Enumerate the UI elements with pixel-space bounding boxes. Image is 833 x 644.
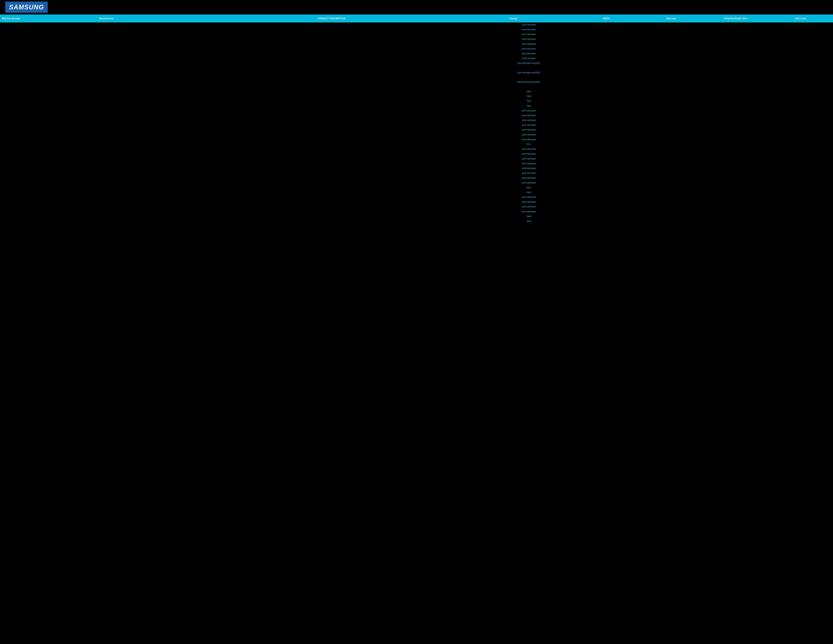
change-value: price decrease	[466, 209, 592, 214]
change-value: price decrease	[466, 108, 592, 113]
change-value: price decrease	[466, 56, 592, 61]
change-value: price decrease	[466, 47, 592, 51]
change-value: price decrease	[466, 132, 592, 137]
table-row: price decrease	[0, 147, 833, 151]
change-value: New	[466, 190, 592, 195]
table-row: price decrease	[0, 23, 833, 27]
table-row: price decrease	[0, 113, 833, 118]
table-row: price decrease	[0, 56, 833, 61]
table-row: price decrease	[0, 42, 833, 47]
table-row: price decrease	[0, 175, 833, 180]
table-row: price decrease	[0, 195, 833, 200]
change-value: price decrease	[466, 123, 592, 127]
table-row: New	[0, 219, 833, 224]
change-value: price decrease	[466, 27, 592, 32]
table-row: price decrease	[0, 156, 833, 161]
col-header-manufacturer: Manufacturer	[97, 16, 210, 21]
table-row: New	[0, 104, 833, 108]
change-value: EOL	[466, 142, 592, 147]
change-value: price decrease	[466, 113, 592, 118]
table-row: price decrease	[0, 200, 833, 204]
change-value: price decrease	[466, 166, 592, 171]
change-value: price decrease	[466, 200, 592, 204]
change-value	[466, 66, 592, 70]
table-row: New	[0, 89, 833, 94]
table-row: price decrease	[0, 51, 833, 56]
table-row: New	[0, 214, 833, 219]
table-row: price decrease	[0, 108, 833, 113]
table-row: price decrease	[0, 171, 833, 175]
table-row: price decrease and EOL	[0, 61, 833, 66]
change-value	[466, 75, 592, 80]
table-row: price decrease	[0, 137, 833, 142]
change-value: price decrease and EOL	[466, 61, 592, 66]
change-value: price decrease	[466, 151, 592, 156]
change-value: price decrease	[466, 171, 592, 175]
change-value: price decrease	[466, 32, 592, 37]
table-row: price decrease and EOL	[0, 80, 833, 84]
table-row: price decrease	[0, 47, 833, 51]
change-value: New	[466, 219, 592, 224]
table-row: price decrease	[0, 204, 833, 209]
change-value: price decrease	[466, 137, 592, 142]
change-value: price decrease	[466, 180, 592, 185]
table-row: price decrease	[0, 166, 833, 171]
page-header: SAMSUNG	[0, 0, 833, 14]
change-value: EOL	[466, 185, 592, 190]
change-value: price decrease	[466, 23, 592, 27]
change-value: price decrease and EOL	[466, 80, 592, 84]
change-value: New	[466, 214, 592, 219]
data-table-body: price decreaseprice decreaseprice decrea…	[0, 23, 833, 224]
table-row: price decrease	[0, 27, 833, 32]
change-value: New	[466, 94, 592, 99]
col-header-shipping: Shipping Weight (lbs.)	[703, 16, 768, 21]
change-value: price decrease	[466, 42, 592, 47]
table-header: Mfg Part Number Manufacturer PRODUCT DES…	[0, 14, 833, 23]
logo-text: SAMSUNG	[5, 2, 48, 13]
table-row: price decrease	[0, 127, 833, 132]
change-value: New	[466, 104, 592, 108]
change-value: price decrease	[466, 37, 592, 42]
change-value	[466, 84, 592, 89]
col-header-change: Change	[453, 16, 574, 21]
table-row: EOL	[0, 185, 833, 190]
change-value: price decrease and EOL	[466, 70, 592, 75]
table-row: price decrease	[0, 123, 833, 127]
table-row	[0, 66, 833, 70]
col-header-warranty: Warranty	[639, 16, 703, 21]
change-value: price decrease	[466, 51, 592, 56]
change-value: price decrease	[466, 175, 592, 180]
table-row: price decrease and EOL	[0, 70, 833, 75]
table-row: price decrease	[0, 151, 833, 156]
table-row: price decrease	[0, 161, 833, 166]
col-header-upc: UPC Code	[768, 16, 833, 21]
table-row: price decrease	[0, 209, 833, 214]
table-row: New	[0, 94, 833, 99]
change-value: price decrease	[466, 147, 592, 151]
table-row	[0, 75, 833, 80]
table-row	[0, 84, 833, 89]
table-row: New	[0, 99, 833, 103]
table-row: price decrease	[0, 37, 833, 42]
col-header-description: PRODUCT DESCRIPTION	[210, 16, 453, 21]
change-value: price decrease	[466, 204, 592, 209]
change-value: price decrease	[466, 161, 592, 166]
change-value: New	[466, 89, 592, 94]
change-value: price decrease	[466, 118, 592, 123]
col-header-msrp: MSRP	[574, 16, 638, 21]
change-value: price decrease	[466, 127, 592, 132]
change-value: New	[466, 99, 592, 103]
table-row: New	[0, 190, 833, 195]
table-row: price decrease	[0, 180, 833, 185]
table-row: price decrease	[0, 118, 833, 123]
col-header-mfg-part: Mfg Part Number	[0, 16, 97, 21]
table-row: EOL	[0, 142, 833, 147]
table-row: price decrease	[0, 32, 833, 37]
change-value: price decrease	[466, 195, 592, 200]
table-row: price decrease	[0, 132, 833, 137]
samsung-logo: SAMSUNG	[5, 3, 48, 11]
change-value: price decrease	[466, 156, 592, 161]
